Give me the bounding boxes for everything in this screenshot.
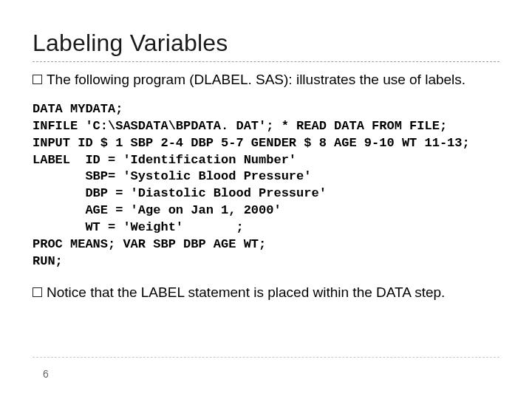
slide-title: Labeling Variables (33, 30, 499, 57)
bullet-text-2: Notice that the LABEL statement is place… (47, 284, 499, 302)
bullet-item-1: The following program (DLABEL. SAS): ill… (33, 71, 499, 89)
footer-divider (33, 357, 499, 358)
bullet-text-1: The following program (DLABEL. SAS): ill… (47, 71, 499, 89)
slide: Labeling Variables The following program… (0, 0, 532, 399)
bullet-item-2: Notice that the LABEL statement is place… (33, 284, 499, 302)
page-number: 6 (43, 368, 49, 380)
title-divider (33, 61, 499, 62)
square-bullet-icon (33, 287, 42, 297)
code-block: DATA MYDATA; INFILE 'C:\SASDATA\BPDATA. … (33, 101, 499, 270)
square-bullet-icon (33, 75, 42, 84)
